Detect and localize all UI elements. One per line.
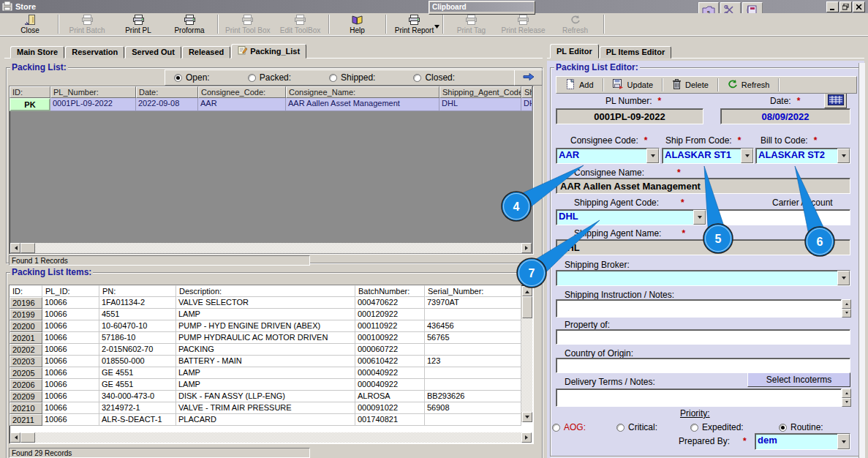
table-cell[interactable]: 000091022 (355, 402, 425, 414)
table-cell[interactable]: 018550-000 (99, 356, 176, 367)
tab-pl-editor[interactable]: PL Editor (550, 44, 599, 59)
row-header-cell[interactable]: 20205 (10, 367, 42, 379)
table-cell[interactable]: 73970AT (425, 297, 521, 309)
scroll-right-icon[interactable] (521, 243, 532, 253)
table-cell[interactable]: 10066 (42, 297, 99, 309)
priority-radio-aog[interactable]: AOG: (552, 422, 586, 432)
add-button[interactable]: Add (559, 78, 600, 91)
chevron-down-icon[interactable] (693, 210, 706, 225)
scroll-up-icon[interactable] (842, 388, 851, 398)
refresh-button[interactable]: Refresh (722, 79, 776, 91)
table-cell[interactable]: GE 4551 (99, 379, 176, 391)
chevron-down-icon[interactable] (646, 149, 659, 163)
tab-served-out[interactable]: Served Out (125, 46, 181, 59)
column-header[interactable]: Serial_Number: (425, 285, 521, 297)
table-cell[interactable]: 10-60470-10 (99, 320, 176, 332)
packing-list-hscrollbar[interactable] (10, 243, 532, 253)
calendar-button[interactable] (824, 93, 847, 108)
table-row[interactable]: 2021110066ALR-S-DEACT-1PLACARD001740821 (10, 414, 533, 426)
chevron-down-icon[interactable] (837, 434, 850, 449)
scroll-thumb[interactable] (522, 296, 532, 318)
shipping-broker-combobox[interactable] (556, 270, 850, 286)
table-cell[interactable]: 000040922 (355, 367, 425, 379)
table-cell[interactable]: BB293626 (425, 391, 521, 402)
table-cell[interactable] (425, 344, 521, 356)
chevron-down-icon[interactable] (434, 22, 439, 30)
table-cell[interactable] (425, 379, 521, 391)
radio-icon[interactable] (329, 74, 337, 82)
column-header[interactable]: Description: (176, 285, 355, 297)
shipping-instruction-scroll[interactable] (842, 299, 851, 318)
chevron-down-icon[interactable] (837, 149, 850, 163)
column-header[interactable]: Shi (521, 86, 532, 98)
table-cell[interactable]: PUMP HYDRAULIC AC MOTOR DRIVEN (176, 332, 355, 344)
chevron-down-icon[interactable] (837, 271, 850, 285)
table-cell[interactable]: ALROSA (355, 391, 425, 402)
row-header-cell[interactable]: 20199 (10, 309, 42, 320)
row-header-cell[interactable]: 20206 (10, 379, 42, 391)
table-cell[interactable]: VALVE - TRIM AIR PRESSURE (176, 402, 355, 414)
shipping-instruction-textarea[interactable] (556, 299, 842, 318)
priority-radio-routine[interactable]: Routine: (779, 422, 823, 432)
table-row[interactable]: 20196100661FA01134-2VALVE SELECTOR000470… (10, 297, 533, 309)
table-cell[interactable]: 3214972-1 (99, 402, 176, 414)
items-vscrollbar[interactable] (521, 286, 532, 422)
column-header[interactable]: ID: (10, 86, 50, 98)
scroll-down-icon[interactable] (522, 412, 532, 422)
ship-from-code-combobox[interactable]: ALASKAR ST1 (662, 148, 754, 164)
table-cell[interactable]: 10066 (42, 402, 99, 414)
table-row[interactable]: 20210100663214972-1VALVE - TRIM AIR PRES… (10, 402, 533, 414)
table-cell[interactable]: LAMP (176, 309, 355, 320)
table-row[interactable]: 2020610066GE 4551LAMP000040922 (10, 379, 533, 391)
table-row[interactable]: 2020910066340-000-473-0DISK - FAN ASSY (… (10, 391, 533, 402)
proforma-button[interactable]: Proforma (164, 13, 215, 35)
table-cell[interactable]: DH (521, 98, 532, 111)
row-header-cell[interactable]: 20196 (10, 297, 42, 309)
scroll-thumb[interactable] (20, 432, 35, 443)
row-selector-cell[interactable]: PK (10, 98, 50, 111)
filter-radio-open[interactable]: Open: (174, 72, 210, 83)
column-header[interactable]: Date: (136, 86, 198, 98)
table-cell[interactable]: 0001PL-09-2022 (50, 98, 136, 111)
table-cell[interactable]: 1FA01134-2 (99, 297, 176, 309)
row-header-cell[interactable]: 20209 (10, 391, 42, 402)
column-header[interactable]: PL_ID: (42, 285, 99, 297)
radio-icon[interactable] (779, 424, 787, 432)
table-cell[interactable]: 340-000-473-0 (99, 391, 176, 402)
print-report-button[interactable]: Print Report (389, 13, 440, 35)
table-cell[interactable]: AAR Aallen Asset Management (286, 98, 439, 111)
row-header-cell[interactable]: 20201 (10, 332, 42, 344)
table-cell[interactable]: PLACARD (176, 414, 355, 426)
table-row[interactable]: 202011006657186-10PUMP HYDRAULIC AC MOTO… (10, 332, 533, 344)
column-header[interactable]: ID: (10, 285, 42, 297)
delivery-terms-scroll[interactable] (842, 388, 851, 407)
radio-icon[interactable] (616, 424, 624, 432)
carrier-account-input[interactable] (713, 209, 850, 225)
row-header-cell[interactable]: 20202 (10, 344, 42, 356)
table-row[interactable]: 2020310066018550-000BATTERY - MAIN000610… (10, 356, 533, 367)
table-cell[interactable]: 57186-10 (99, 332, 176, 344)
scroll-up-icon[interactable] (522, 286, 532, 296)
table-cell[interactable] (425, 367, 521, 379)
priority-radio-critical[interactable]: Critical: (616, 422, 657, 432)
filter-radio-shipped[interactable]: Shipped: (329, 72, 375, 83)
update-button[interactable]: Update (607, 78, 659, 91)
table-cell[interactable] (425, 414, 521, 426)
radio-icon[interactable] (413, 74, 421, 82)
table-cell[interactable]: 000060722 (355, 344, 425, 356)
select-incoterms-button[interactable]: Select Incoterms (747, 372, 850, 387)
table-cell[interactable]: PUMP - HYD ENGINE DRIVEN (ABEX) (176, 320, 355, 332)
radio-icon[interactable] (174, 74, 182, 82)
priority-radio-expedited[interactable]: Expedited: (690, 422, 744, 432)
print-pl-button[interactable]: Print PL (113, 13, 164, 35)
table-cell[interactable]: 10066 (42, 391, 99, 402)
table-cell[interactable]: PACKING (176, 344, 355, 356)
table-cell[interactable]: 123 (425, 356, 521, 367)
table-cell[interactable]: 56908 (425, 402, 521, 414)
table-cell[interactable]: 2-015N602-70 (99, 344, 176, 356)
table-cell[interactable]: 000610422 (355, 356, 425, 367)
table-cell[interactable]: 000100922 (355, 332, 425, 344)
close-button[interactable] (853, 1, 865, 12)
column-header[interactable]: PL_Number: (50, 86, 136, 98)
delete-button[interactable]: Delete (666, 78, 714, 91)
